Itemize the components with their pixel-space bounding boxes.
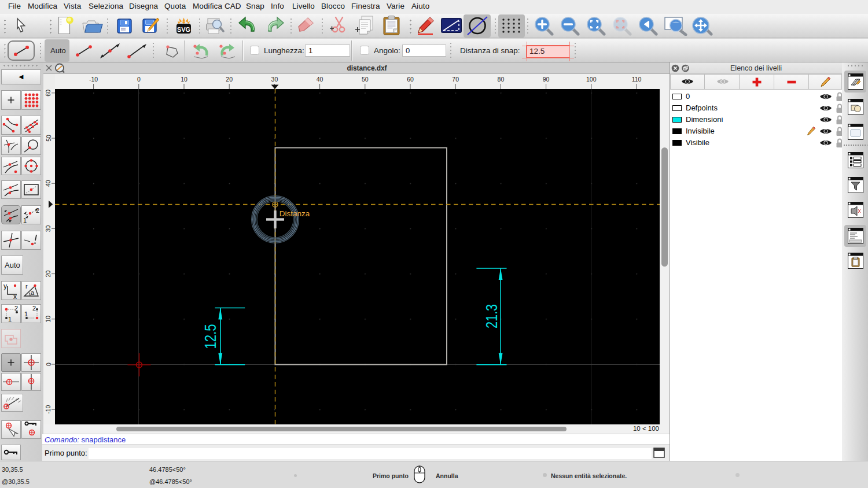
svg-text:2: 2 (36, 207, 39, 214)
svg-text:-10: -10 (89, 76, 98, 83)
svg-text:80: 80 (498, 76, 505, 83)
svg-text:12.5: 12.5 (202, 324, 219, 349)
svg-text:100: 100 (586, 76, 597, 83)
svg-text:-10: -10 (45, 405, 52, 413)
svg-text:1: 1 (24, 310, 28, 317)
svg-text:110: 110 (632, 76, 642, 83)
svg-text:60: 60 (407, 76, 414, 83)
svg-text:Distanza: Distanza (279, 209, 310, 218)
svg-text:90: 90 (543, 76, 550, 83)
svg-text:30: 30 (45, 225, 52, 232)
svg-text:y: y (3, 282, 7, 290)
svg-text:0: 0 (137, 76, 141, 83)
svg-text:60: 60 (45, 90, 52, 97)
svg-text:30: 30 (271, 76, 278, 83)
svg-text:1: 1 (23, 217, 27, 224)
svg-text:2: 2 (32, 305, 36, 312)
svg-text:2: 2 (14, 305, 18, 312)
svg-text:r: r (25, 283, 28, 290)
svg-text:a: a (31, 289, 35, 296)
svg-text:70: 70 (452, 76, 459, 83)
svg-text:x: x (13, 293, 17, 300)
svg-text:10: 10 (181, 76, 187, 83)
svg-text:1: 1 (8, 316, 12, 323)
svg-text:21.3: 21.3 (483, 304, 501, 328)
svg-text:50: 50 (362, 76, 369, 83)
svg-text:40: 40 (45, 180, 52, 187)
svg-text:20: 20 (45, 271, 52, 278)
svg-text:50: 50 (45, 135, 52, 142)
svg-text:40: 40 (317, 76, 323, 83)
svg-text:0: 0 (45, 363, 52, 366)
svg-text:10: 10 (45, 316, 52, 323)
svg-text:20: 20 (226, 76, 233, 83)
svg-text:SVG: SVG (177, 26, 190, 33)
